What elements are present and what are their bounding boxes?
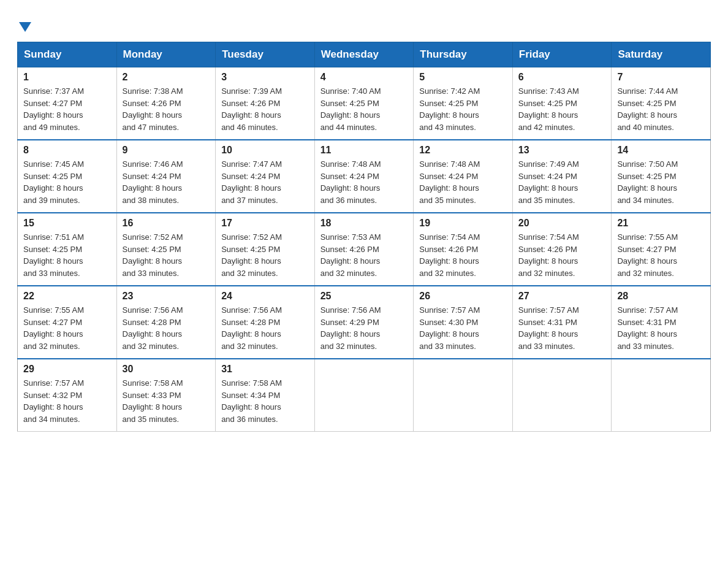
- header-friday: Friday: [512, 42, 612, 67]
- calendar-cell: 21 Sunrise: 7:55 AM Sunset: 4:27 PM Dayl…: [612, 213, 711, 286]
- day-info: Sunrise: 7:52 AM Sunset: 4:25 PM Dayligh…: [221, 231, 309, 279]
- calendar-cell: 17 Sunrise: 7:52 AM Sunset: 4:25 PM Dayl…: [216, 213, 315, 286]
- day-number: 8: [23, 145, 111, 156]
- calendar-cell: 14 Sunrise: 7:50 AM Sunset: 4:25 PM Dayl…: [612, 140, 711, 213]
- calendar-cell: 18 Sunrise: 7:53 AM Sunset: 4:26 PM Dayl…: [314, 213, 414, 286]
- day-info: Sunrise: 7:44 AM Sunset: 4:25 PM Dayligh…: [617, 85, 705, 133]
- day-number: 24: [221, 291, 309, 302]
- day-info: Sunrise: 7:40 AM Sunset: 4:25 PM Dayligh…: [320, 85, 408, 133]
- calendar-week-row: 1 Sunrise: 7:37 AM Sunset: 4:27 PM Dayli…: [18, 67, 711, 140]
- calendar-cell: 7 Sunrise: 7:44 AM Sunset: 4:25 PM Dayli…: [612, 67, 711, 140]
- day-info: Sunrise: 7:48 AM Sunset: 4:24 PM Dayligh…: [320, 158, 408, 206]
- day-number: 1: [23, 72, 111, 83]
- day-number: 20: [518, 218, 606, 229]
- calendar-cell: 30 Sunrise: 7:58 AM Sunset: 4:33 PM Dayl…: [116, 359, 216, 432]
- day-info: Sunrise: 7:56 AM Sunset: 4:29 PM Dayligh…: [320, 304, 408, 352]
- day-info: Sunrise: 7:48 AM Sunset: 4:24 PM Dayligh…: [419, 158, 507, 206]
- day-number: 29: [23, 364, 111, 375]
- day-info: Sunrise: 7:55 AM Sunset: 4:27 PM Dayligh…: [617, 231, 705, 279]
- day-info: Sunrise: 7:51 AM Sunset: 4:25 PM Dayligh…: [23, 231, 111, 279]
- day-number: 12: [419, 145, 507, 156]
- calendar-cell: 25 Sunrise: 7:56 AM Sunset: 4:29 PM Dayl…: [314, 286, 414, 359]
- day-info: Sunrise: 7:49 AM Sunset: 4:24 PM Dayligh…: [518, 158, 606, 206]
- day-number: 6: [518, 72, 606, 83]
- calendar-cell: 20 Sunrise: 7:54 AM Sunset: 4:26 PM Dayl…: [512, 213, 612, 286]
- day-number: 5: [419, 72, 507, 83]
- calendar-cell: 1 Sunrise: 7:37 AM Sunset: 4:27 PM Dayli…: [18, 67, 117, 140]
- calendar-cell: [512, 359, 612, 432]
- logo: [17, 17, 31, 31]
- day-number: 28: [617, 291, 705, 302]
- day-number: 7: [617, 72, 705, 83]
- calendar-cell: 28 Sunrise: 7:57 AM Sunset: 4:31 PM Dayl…: [612, 286, 711, 359]
- day-info: Sunrise: 7:58 AM Sunset: 4:33 PM Dayligh…: [123, 377, 210, 425]
- calendar-week-row: 22 Sunrise: 7:55 AM Sunset: 4:27 PM Dayl…: [18, 286, 711, 359]
- day-number: 2: [123, 72, 210, 83]
- day-number: 27: [518, 291, 606, 302]
- day-number: 13: [518, 145, 606, 156]
- day-info: Sunrise: 7:57 AM Sunset: 4:31 PM Dayligh…: [518, 304, 606, 352]
- day-info: Sunrise: 7:38 AM Sunset: 4:26 PM Dayligh…: [123, 85, 210, 133]
- header-sunday: Sunday: [18, 42, 117, 67]
- calendar-cell: 27 Sunrise: 7:57 AM Sunset: 4:31 PM Dayl…: [512, 286, 612, 359]
- day-info: Sunrise: 7:52 AM Sunset: 4:25 PM Dayligh…: [123, 231, 210, 279]
- day-number: 17: [221, 218, 309, 229]
- calendar-cell: 8 Sunrise: 7:45 AM Sunset: 4:25 PM Dayli…: [18, 140, 117, 213]
- logo-arrow-icon: [19, 22, 31, 32]
- calendar-week-row: 15 Sunrise: 7:51 AM Sunset: 4:25 PM Dayl…: [18, 213, 711, 286]
- calendar-cell: [612, 359, 711, 432]
- day-info: Sunrise: 7:43 AM Sunset: 4:25 PM Dayligh…: [518, 85, 606, 133]
- day-number: 11: [320, 145, 408, 156]
- calendar-cell: 11 Sunrise: 7:48 AM Sunset: 4:24 PM Dayl…: [314, 140, 414, 213]
- calendar-cell: 6 Sunrise: 7:43 AM Sunset: 4:25 PM Dayli…: [512, 67, 612, 140]
- day-number: 18: [320, 218, 408, 229]
- calendar-cell: 24 Sunrise: 7:56 AM Sunset: 4:28 PM Dayl…: [216, 286, 315, 359]
- page-header: [17, 15, 711, 31]
- calendar-cell: [414, 359, 513, 432]
- day-info: Sunrise: 7:45 AM Sunset: 4:25 PM Dayligh…: [23, 158, 111, 206]
- day-info: Sunrise: 7:46 AM Sunset: 4:24 PM Dayligh…: [123, 158, 210, 206]
- header-thursday: Thursday: [414, 42, 513, 67]
- day-number: 14: [617, 145, 705, 156]
- day-number: 31: [221, 364, 309, 375]
- header-wednesday: Wednesday: [314, 42, 414, 67]
- calendar-cell: 31 Sunrise: 7:58 AM Sunset: 4:34 PM Dayl…: [216, 359, 315, 432]
- day-info: Sunrise: 7:53 AM Sunset: 4:26 PM Dayligh…: [320, 231, 408, 279]
- calendar-cell: 29 Sunrise: 7:57 AM Sunset: 4:32 PM Dayl…: [18, 359, 117, 432]
- calendar-cell: 10 Sunrise: 7:47 AM Sunset: 4:24 PM Dayl…: [216, 140, 315, 213]
- calendar-cell: 13 Sunrise: 7:49 AM Sunset: 4:24 PM Dayl…: [512, 140, 612, 213]
- day-info: Sunrise: 7:57 AM Sunset: 4:30 PM Dayligh…: [419, 304, 507, 352]
- calendar-cell: 2 Sunrise: 7:38 AM Sunset: 4:26 PM Dayli…: [116, 67, 216, 140]
- day-info: Sunrise: 7:57 AM Sunset: 4:32 PM Dayligh…: [23, 377, 111, 425]
- calendar-cell: 19 Sunrise: 7:54 AM Sunset: 4:26 PM Dayl…: [414, 213, 513, 286]
- calendar-cell: 3 Sunrise: 7:39 AM Sunset: 4:26 PM Dayli…: [216, 67, 315, 140]
- day-number: 10: [221, 145, 309, 156]
- day-number: 3: [221, 72, 309, 83]
- calendar-cell: 16 Sunrise: 7:52 AM Sunset: 4:25 PM Dayl…: [116, 213, 216, 286]
- calendar-cell: 12 Sunrise: 7:48 AM Sunset: 4:24 PM Dayl…: [414, 140, 513, 213]
- calendar-cell: 15 Sunrise: 7:51 AM Sunset: 4:25 PM Dayl…: [18, 213, 117, 286]
- day-info: Sunrise: 7:56 AM Sunset: 4:28 PM Dayligh…: [221, 304, 309, 352]
- calendar-cell: 23 Sunrise: 7:56 AM Sunset: 4:28 PM Dayl…: [116, 286, 216, 359]
- day-number: 21: [617, 218, 705, 229]
- calendar-cell: 22 Sunrise: 7:55 AM Sunset: 4:27 PM Dayl…: [18, 286, 117, 359]
- calendar-cell: 5 Sunrise: 7:42 AM Sunset: 4:25 PM Dayli…: [414, 67, 513, 140]
- day-number: 4: [320, 72, 408, 83]
- day-number: 15: [23, 218, 111, 229]
- day-number: 9: [123, 145, 210, 156]
- header-tuesday: Tuesday: [216, 42, 315, 67]
- calendar-cell: 4 Sunrise: 7:40 AM Sunset: 4:25 PM Dayli…: [314, 67, 414, 140]
- calendar-cell: 26 Sunrise: 7:57 AM Sunset: 4:30 PM Dayl…: [414, 286, 513, 359]
- day-info: Sunrise: 7:54 AM Sunset: 4:26 PM Dayligh…: [518, 231, 606, 279]
- day-info: Sunrise: 7:55 AM Sunset: 4:27 PM Dayligh…: [23, 304, 111, 352]
- calendar-cell: [314, 359, 414, 432]
- calendar-cell: 9 Sunrise: 7:46 AM Sunset: 4:24 PM Dayli…: [116, 140, 216, 213]
- day-info: Sunrise: 7:42 AM Sunset: 4:25 PM Dayligh…: [419, 85, 507, 133]
- day-info: Sunrise: 7:56 AM Sunset: 4:28 PM Dayligh…: [123, 304, 210, 352]
- day-info: Sunrise: 7:50 AM Sunset: 4:25 PM Dayligh…: [617, 158, 705, 206]
- day-number: 16: [123, 218, 210, 229]
- day-number: 23: [123, 291, 210, 302]
- day-number: 26: [419, 291, 507, 302]
- day-info: Sunrise: 7:39 AM Sunset: 4:26 PM Dayligh…: [221, 85, 309, 133]
- calendar-header-row: SundayMondayTuesdayWednesdayThursdayFrid…: [18, 42, 711, 67]
